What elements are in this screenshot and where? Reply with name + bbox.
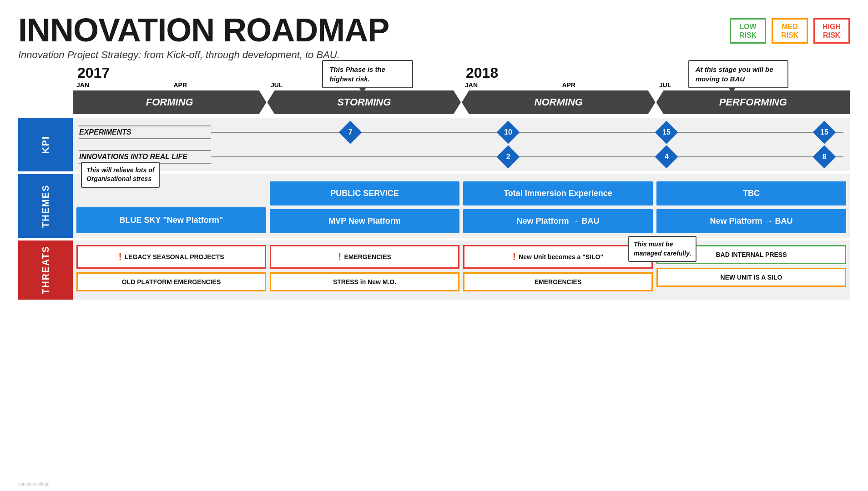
threat-emergencies-text: EMERGENCIES <box>344 253 391 261</box>
threat-new-unit-silo: NEW UNIT IS A SILO <box>656 268 846 287</box>
exclaim-emergencies: ! <box>338 251 341 263</box>
phase-forming: FORMING <box>73 90 267 114</box>
exclaim-silo: ! <box>513 251 516 263</box>
themes-content: This will relieve lots ofOrganisational … <box>73 174 850 238</box>
kpi-inn-diamond-4: 4 <box>655 145 678 169</box>
kpi-inn-val-2: 2 <box>506 153 510 161</box>
month-apr-2018: APR <box>559 81 656 89</box>
theme-tbc: TBC <box>656 181 846 205</box>
main-title: INNOVATION ROADMAP <box>18 14 389 46</box>
theme-new-platform-bau-4: New Platform → BAU <box>656 209 846 233</box>
threat-legacy: ! LEGACY SEASONAL PROJECTS <box>76 245 266 269</box>
threats-section: THREATS This must bemanaged carefully. !… <box>18 240 850 300</box>
callout-silo: This must bemanaged carefully. <box>628 236 696 262</box>
header-row: INNOVATION ROADMAP Innovation Project St… <box>18 14 850 61</box>
phase-storming: STORMING <box>267 90 461 114</box>
phase-forming-label: FORMING <box>146 96 193 108</box>
kpi-exp-diamond-15b: 15 <box>813 121 836 144</box>
themes-section: THEMES This will relieve lots ofOrganisa… <box>18 174 850 238</box>
year-2018: 2018 <box>461 65 850 81</box>
theme-col-1: This will relieve lots ofOrganisational … <box>76 179 266 233</box>
month-jan-2018: JAN <box>461 81 559 89</box>
page: INNOVATION ROADMAP Innovation Project St… <box>0 0 868 491</box>
kpi-experiments-label: EXPERIMENTS <box>79 125 211 139</box>
subtitle: Innovation Project Strategy: from Kick-o… <box>18 49 389 61</box>
title-block: INNOVATION ROADMAP Innovation Project St… <box>18 14 389 61</box>
med-risk-badge: MEDRISK <box>772 18 808 44</box>
theme-new-platform-bau-3: New Platform → BAU <box>463 209 653 233</box>
month-jan-2017: JAN <box>73 81 170 89</box>
kpi-innovations-track: 2 4 8 <box>211 156 843 157</box>
high-risk-badge: HIGHRISK <box>813 18 850 44</box>
kpi-inn-diamond-8: 8 <box>813 145 836 169</box>
theme-col-3: Total Immersion Experience New Platform … <box>463 179 653 233</box>
themes-label: THEMES <box>18 174 73 238</box>
kpi-exp-val-15b: 15 <box>820 128 828 136</box>
kpi-inn-val-8: 8 <box>823 153 827 161</box>
phases-row: FORMING STORMING NORMING PERFORMING <box>18 90 850 114</box>
kpi-inn-diamond-2: 2 <box>497 145 520 169</box>
kpi-inn-val-4: 4 <box>664 153 668 161</box>
phase-storming-label: STORMING <box>337 96 391 108</box>
phase-performing: PERFORMING <box>656 90 850 114</box>
kpi-experiments-row: EXPERIMENTS 7 10 15 <box>79 122 843 142</box>
kpi-label: KPI <box>18 118 73 171</box>
threats-label: THREATS <box>18 240 73 300</box>
threat-old-platform: OLD PLATFORM EMERGENCIES <box>76 272 266 291</box>
phase-norming-label: NORMING <box>535 96 583 108</box>
kpi-exp-val-10: 10 <box>504 128 512 136</box>
theme-mvp: MVP New Platform <box>270 209 459 233</box>
kpi-content: EXPERIMENTS 7 10 15 <box>73 118 850 171</box>
callout-storming: This Phase is the highest risk. <box>322 60 413 88</box>
theme-col-2: PUBLIC SERVICE MVP New Platform <box>270 179 459 233</box>
threat-stress: STRESS in New M.O. <box>270 272 459 291</box>
exclaim-legacy: ! <box>118 251 121 263</box>
theme-col-4: TBC New Platform → BAU <box>656 179 846 233</box>
kpi-exp-val-15a: 15 <box>662 128 671 136</box>
kpi-exp-val-7: 7 <box>348 128 352 136</box>
threat-col-3: ! New Unit becomes a "SILO" EMERGENCIES <box>463 245 653 295</box>
callout-bau-tail <box>728 87 736 94</box>
threat-col-2: ! EMERGENCIES STRESS in New M.O. <box>270 245 459 295</box>
theme-public-service: PUBLIC SERVICE <box>270 181 459 205</box>
threat-silo: ! New Unit becomes a "SILO" <box>463 245 653 269</box>
watermark: christiancollege <box>18 481 50 486</box>
threat-col-1: ! LEGACY SEASONAL PROJECTS OLD PLATFORM … <box>76 245 266 295</box>
kpi-innovations-row: INNOVATIONS INTO REAL LIFE 2 4 8 <box>79 147 843 167</box>
year-2018-label: 2018 <box>466 65 498 81</box>
threat-legacy-text: LEGACY SEASONAL PROJECTS <box>125 253 224 261</box>
threat-emergencies: ! EMERGENCIES <box>270 245 459 269</box>
callout-storming-tail <box>359 87 366 94</box>
callout-bau: At this stage you will be moving to BAU <box>688 60 788 88</box>
month-apr-2017: APR <box>170 81 267 89</box>
theme-bluesky: BLUE SKY "New Platform" <box>76 207 266 233</box>
year-2017-label: 2017 <box>77 65 110 81</box>
threat-emergencies-2: EMERGENCIES <box>463 272 653 291</box>
low-risk-badge: LOWRISK <box>730 18 766 44</box>
kpi-exp-diamond-15a: 15 <box>655 121 678 144</box>
threat-silo-text: New Unit becomes a "SILO" <box>519 253 603 261</box>
callout-bluesky: This will relieve lots ofOrganisational … <box>81 162 160 188</box>
risk-badges: LOWRISK MEDRISK HIGHRISK <box>730 18 850 44</box>
theme-total-immersion: Total Immersion Experience <box>463 181 653 205</box>
kpi-exp-diamond-7: 7 <box>338 121 362 144</box>
months-2018: JAN APR JUL OCT <box>461 81 850 89</box>
threats-content: This must bemanaged carefully. ! LEGACY … <box>73 240 850 300</box>
phase-performing-label: PERFORMING <box>719 96 787 108</box>
phase-norming: NORMING <box>462 90 656 114</box>
kpi-exp-diamond-10: 10 <box>497 121 520 144</box>
timeline-area: 2017 2018 JAN APR JUL OCT JAN APR JUL OC… <box>18 65 850 300</box>
kpi-experiments-track: 7 10 15 15 <box>211 132 843 133</box>
